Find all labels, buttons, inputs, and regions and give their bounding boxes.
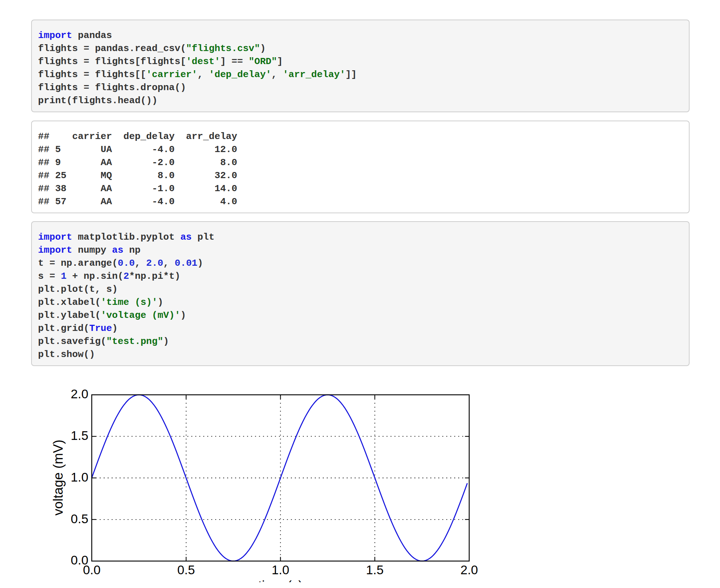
svg-text:1.0: 1.0: [71, 470, 88, 484]
svg-text:1.0: 1.0: [272, 563, 289, 577]
svg-text:voltage (mV): voltage (mV): [51, 440, 66, 516]
svg-text:2.0: 2.0: [460, 563, 478, 577]
svg-text:0.5: 0.5: [71, 512, 88, 526]
svg-text:1.5: 1.5: [71, 428, 88, 442]
svg-text:2.0: 2.0: [71, 387, 88, 401]
svg-text:1.5: 1.5: [366, 563, 384, 577]
svg-text:0.5: 0.5: [177, 563, 195, 577]
svg-text:time (s): time (s): [258, 578, 303, 583]
svg-text:0.0: 0.0: [83, 563, 101, 577]
